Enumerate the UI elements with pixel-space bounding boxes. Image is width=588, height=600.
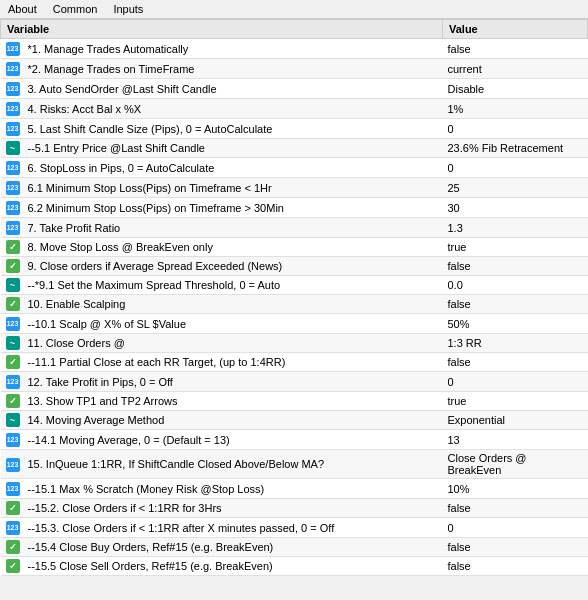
variable-label: 13. Show TP1 and TP2 Arrows [23,392,443,411]
row-icon: 123 [6,317,20,331]
row-icon: 123 [6,521,20,535]
table-row: ~14. Moving Average MethodExponential [1,411,588,430]
table-row: 123*2. Manage Trades on TimeFramecurrent [1,59,588,79]
row-icon: ~ [6,278,20,292]
row-icon: 123 [6,161,20,175]
row-icon: 123 [6,102,20,116]
variable-label: --*9.1 Set the Maximum Spread Threshold,… [23,276,443,295]
variable-label: --11.1 Partial Close at each RR Target, … [23,353,443,372]
menubar: AboutCommonInputs [0,0,588,19]
value-label: false [443,538,588,557]
row-icon: ✓ [6,240,20,254]
table-row: ✓--15.5 Close Sell Orders, Ref#15 (e.g. … [1,557,588,576]
value-label: true [443,392,588,411]
row-icon: ~ [6,336,20,350]
variable-label: 10. Enable Scalping [23,295,443,314]
table-row: 123--14.1 Moving Average, 0 = (Default =… [1,430,588,450]
value-label: false [443,353,588,372]
value-label: true [443,238,588,257]
variable-label: 5. Last Shift Candle Size (Pips), 0 = Au… [23,119,443,139]
col-value-header: Value [443,20,588,39]
value-label: 0 [443,518,588,538]
value-label: 0 [443,158,588,178]
row-icon: ✓ [6,297,20,311]
value-label: 10% [443,479,588,499]
table-row: 123*1. Manage Trades Automaticallyfalse [1,39,588,59]
table-row: 1235. Last Shift Candle Size (Pips), 0 =… [1,119,588,139]
row-icon: 123 [6,458,20,472]
value-label: current [443,59,588,79]
variable-label: --15.1 Max % Scratch (Money Risk @Stop L… [23,479,443,499]
variable-label: 7. Take Profit Ratio [23,218,443,238]
table-row: ~11. Close Orders @1:3 RR [1,334,588,353]
variable-label: 14. Moving Average Method [23,411,443,430]
value-label: false [443,499,588,518]
value-label: Disable [443,79,588,99]
variable-label: --15.2. Close Orders if < 1:1RR for 3Hrs [23,499,443,518]
row-icon: ✓ [6,559,20,573]
row-icon: 123 [6,122,20,136]
variable-label: 6.1 Minimum Stop Loss(Pips) on Timeframe… [23,178,443,198]
table-row: ~--*9.1 Set the Maximum Spread Threshold… [1,276,588,295]
value-label: 25 [443,178,588,198]
variable-label: 6. StopLoss in Pips, 0 = AutoCalculate [23,158,443,178]
row-icon: ✓ [6,394,20,408]
variable-label: --5.1 Entry Price @Last Shift Candle [23,139,443,158]
row-icon: 123 [6,482,20,496]
row-icon: ~ [6,141,20,155]
row-icon: ✓ [6,259,20,273]
variable-label: --15.3. Close Orders if < 1:1RR after X … [23,518,443,538]
table-row: 1236. StopLoss in Pips, 0 = AutoCalculat… [1,158,588,178]
col-variable-header: Variable [1,20,443,39]
value-label: Close Orders @ BreakEven [443,450,588,479]
table-row: ~--5.1 Entry Price @Last Shift Candle23.… [1,139,588,158]
value-label: false [443,257,588,276]
row-icon: 123 [6,375,20,389]
menu-item-inputs[interactable]: Inputs [109,2,147,16]
value-label: 13 [443,430,588,450]
row-icon: 123 [6,82,20,96]
table-row: ✓--15.2. Close Orders if < 1:1RR for 3Hr… [1,499,588,518]
variable-label: --14.1 Moving Average, 0 = (Default = 13… [23,430,443,450]
variable-label: 4. Risks: Acct Bal x %X [23,99,443,119]
table-row: ✓10. Enable Scalpingfalse [1,295,588,314]
menu-item-about[interactable]: About [4,2,41,16]
value-label: false [443,295,588,314]
value-label: 50% [443,314,588,334]
table-container: Variable Value 123*1. Manage Trades Auto… [0,19,588,576]
table-row: ✓9. Close orders if Average Spread Excee… [1,257,588,276]
value-label: 1:3 RR [443,334,588,353]
value-label: 0 [443,372,588,392]
settings-table: Variable Value 123*1. Manage Trades Auto… [0,19,588,576]
row-icon: 123 [6,62,20,76]
table-row: 12312. Take Profit in Pips, 0 = Off0 [1,372,588,392]
variable-label: 3. Auto SendOrder @Last Shift Candle [23,79,443,99]
menu-item-common[interactable]: Common [49,2,102,16]
table-row: 1234. Risks: Acct Bal x %X1% [1,99,588,119]
table-row: 1237. Take Profit Ratio1.3 [1,218,588,238]
value-label: false [443,557,588,576]
variable-label: 15. InQueue 1:1RR, If ShiftCandle Closed… [23,450,443,479]
value-label: 1.3 [443,218,588,238]
value-label: 1% [443,99,588,119]
value-label: 0 [443,119,588,139]
value-label: 23.6% Fib Retracement [443,139,588,158]
table-row: ✓13. Show TP1 and TP2 Arrowstrue [1,392,588,411]
row-icon: ✓ [6,501,20,515]
value-label: 30 [443,198,588,218]
row-icon: 123 [6,42,20,56]
variable-label: 12. Take Profit in Pips, 0 = Off [23,372,443,392]
variable-label: 8. Move Stop Loss @ BreakEven only [23,238,443,257]
table-row: 1236.1 Minimum Stop Loss(Pips) on Timefr… [1,178,588,198]
table-row: 12315. InQueue 1:1RR, If ShiftCandle Clo… [1,450,588,479]
variable-label: --10.1 Scalp @ X% of SL $Value [23,314,443,334]
value-label: Exponential [443,411,588,430]
table-row: 123--15.3. Close Orders if < 1:1RR after… [1,518,588,538]
table-row: ✓--11.1 Partial Close at each RR Target,… [1,353,588,372]
table-row: 123--15.1 Max % Scratch (Money Risk @Sto… [1,479,588,499]
row-icon: 123 [6,201,20,215]
variable-label: --15.4 Close Buy Orders, Ref#15 (e.g. Br… [23,538,443,557]
variable-label: --15.5 Close Sell Orders, Ref#15 (e.g. B… [23,557,443,576]
table-row: ✓--15.4 Close Buy Orders, Ref#15 (e.g. B… [1,538,588,557]
row-icon: ✓ [6,355,20,369]
